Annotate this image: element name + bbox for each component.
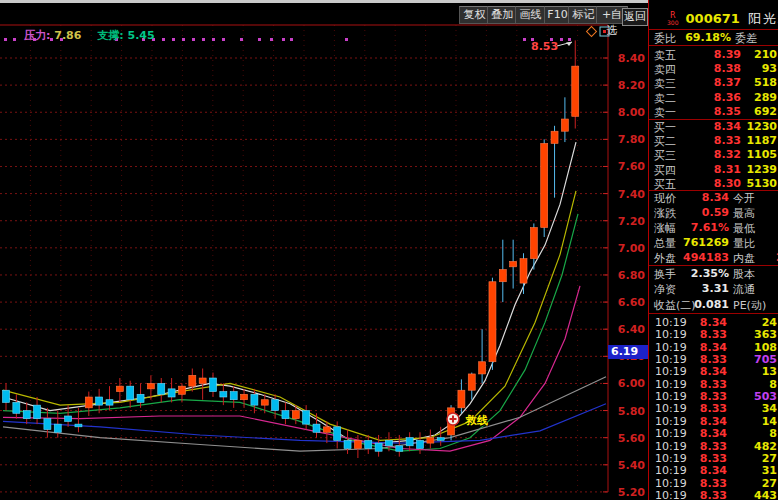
- signal-dot: [568, 38, 571, 41]
- stock-code: 000671: [686, 11, 740, 26]
- candle-body: [282, 411, 289, 419]
- candle-body: [210, 378, 217, 392]
- price-axis-label: 5.20: [618, 486, 645, 499]
- candle-body: [313, 424, 320, 432]
- toolbar-button-2[interactable]: 叠加: [487, 6, 518, 24]
- candle-body: [417, 440, 424, 448]
- candle-body: [178, 386, 185, 394]
- signal-dot: [290, 38, 293, 41]
- stock-app-window: 8.408.208.007.807.607.407.207.006.806.60…: [0, 0, 778, 500]
- candle-body: [54, 424, 61, 432]
- candle-body: [34, 405, 41, 419]
- signal-dot: [258, 38, 261, 41]
- back-button[interactable]: 返回: [622, 8, 648, 26]
- peak-price-annotation: 8.53: [531, 40, 558, 53]
- price-axis-label: 7.60: [618, 160, 645, 173]
- signal-dot: [345, 38, 348, 41]
- candle-body: [499, 270, 506, 282]
- peak-arrowhead: [566, 42, 572, 46]
- candle-body: [458, 390, 465, 408]
- candle-body: [551, 131, 558, 143]
- candle-body: [147, 383, 154, 388]
- candle-body: [489, 282, 496, 362]
- candle-body: [427, 438, 434, 443]
- candle-body: [561, 119, 568, 131]
- candle-body: [168, 389, 175, 397]
- signal-dot: [560, 38, 563, 41]
- indicator-value-marker: 6.19: [608, 345, 651, 359]
- candle-body: [520, 259, 527, 283]
- panel-divider: [649, 29, 778, 30]
- price-axis-label: 6.40: [618, 323, 645, 336]
- candle-body: [365, 440, 372, 448]
- price-axis-label: 6.00: [618, 377, 645, 390]
- red-cross-badge-icon: [446, 411, 461, 426]
- candle-body: [251, 394, 258, 405]
- candle-body: [572, 66, 579, 116]
- candle-body: [230, 392, 237, 400]
- panel-divider: [649, 45, 778, 46]
- signal-dot: [4, 38, 7, 41]
- quote-panel: R 300 000671 阳光城 委比 69.18% 委差 卖五8.39210卖…: [648, 0, 778, 500]
- candle-body: [334, 427, 341, 441]
- candle-body: [199, 378, 206, 383]
- price-axis-label: 6.60: [618, 296, 645, 309]
- pressure-value: 7.86: [54, 29, 81, 42]
- toolbar-button-4[interactable]: F10: [544, 6, 571, 24]
- candle-body: [541, 143, 548, 227]
- candle-body: [354, 440, 361, 448]
- price-axis-label: 7.40: [618, 188, 645, 201]
- pin-dot-icon: [603, 30, 606, 33]
- candle-body: [272, 400, 279, 411]
- signal-dot: [222, 38, 225, 41]
- support-value: 5.45: [127, 29, 154, 42]
- price-axis-label: 7.80: [618, 133, 645, 146]
- candle-body: [437, 438, 444, 441]
- candle-body: [65, 416, 72, 421]
- candle-body: [23, 411, 30, 419]
- toolbar-button-5[interactable]: 标记: [568, 6, 599, 24]
- signal-dot: [162, 38, 165, 41]
- panel-divider: [649, 313, 778, 314]
- candle-body: [530, 228, 537, 259]
- stock-title: R 300 000671 阳光城: [667, 8, 778, 28]
- signal-dot: [202, 38, 205, 41]
- signal-dot: [523, 38, 526, 41]
- signal-dot: [172, 38, 175, 41]
- price-axis-label: 7.00: [618, 242, 645, 255]
- price-axis-label: 7.20: [618, 215, 645, 228]
- candle-body: [3, 390, 10, 402]
- margin-board-tag: R 300: [667, 12, 678, 26]
- candle-body: [292, 411, 299, 419]
- price-axis-label: 5.40: [618, 459, 645, 472]
- candle-body: [106, 400, 113, 405]
- panel-divider: [649, 119, 778, 120]
- candle-body: [158, 383, 165, 394]
- diamond-icon: [587, 27, 597, 37]
- candle-body: [261, 400, 268, 405]
- price-axis-label: 8.20: [618, 79, 645, 92]
- candle-body: [241, 394, 248, 399]
- candle-body: [137, 394, 144, 402]
- price-axis-label: 8.00: [618, 106, 645, 119]
- candle-body: [116, 386, 123, 391]
- signal-dot: [182, 38, 185, 41]
- weibi-value: 69.18%: [649, 31, 731, 44]
- signal-dot: [13, 38, 16, 41]
- signal-label: 救线: [466, 414, 488, 427]
- candle-body: [13, 402, 20, 413]
- candle-body: [510, 261, 517, 266]
- weicha-label: 委差: [735, 31, 757, 46]
- signal-dot: [270, 38, 273, 41]
- candle-body: [96, 397, 103, 405]
- toolbar-button-3[interactable]: 画线: [515, 6, 546, 24]
- signal-dot: [240, 38, 243, 41]
- candle-body: [323, 427, 330, 432]
- candle-body: [344, 440, 351, 448]
- candle-body: [303, 411, 310, 425]
- toolbar-button-1[interactable]: 复权: [459, 6, 490, 24]
- stock-name: 阳光城: [748, 11, 778, 26]
- candle-body: [220, 392, 227, 397]
- candle-body: [375, 443, 382, 451]
- candle-body: [127, 386, 134, 400]
